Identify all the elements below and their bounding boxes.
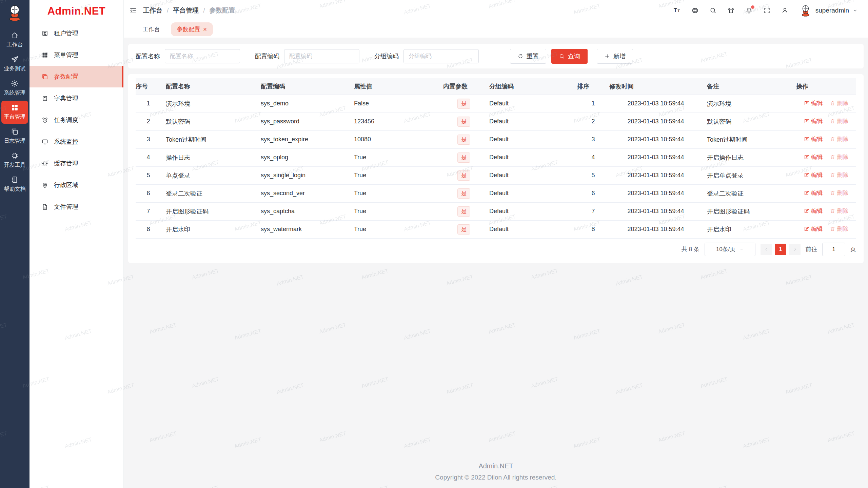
breadcrumb-item[interactable]: 平台管理 xyxy=(173,6,199,15)
sidebar-item-label: 字典管理 xyxy=(54,94,78,102)
delete-button[interactable]: 删除 xyxy=(830,135,849,143)
rail-item[interactable]: 日志管理 xyxy=(1,125,28,148)
secondary-sidebar: Admin.NET 租户管理 菜单管理 参数配置 xyxy=(29,0,124,488)
cell-code: sys_token_expire xyxy=(256,130,349,148)
builtin-tag: 是 xyxy=(457,152,470,163)
rail-item[interactable]: 系统管理 xyxy=(1,77,28,100)
sidebar-item-label: 行政区域 xyxy=(54,181,78,189)
search-input[interactable] xyxy=(165,49,240,63)
edit-icon xyxy=(804,172,809,178)
tenant-icon xyxy=(41,30,48,37)
header-action[interactable] xyxy=(763,7,771,14)
sidebar-item[interactable]: 任务调度 xyxy=(29,109,123,131)
edit-button[interactable]: 编辑 xyxy=(804,117,823,125)
breadcrumb-item[interactable]: 参数配置 xyxy=(210,6,235,15)
search-field-label: 配置名称 xyxy=(136,52,160,60)
language-icon xyxy=(691,7,699,14)
sidebar-item[interactable]: 缓存管理 xyxy=(29,152,123,174)
current-page-button[interactable]: 1 xyxy=(775,244,786,255)
rail-item[interactable]: 平台管理 xyxy=(1,101,28,124)
trash-icon xyxy=(830,136,835,142)
close-icon[interactable]: × xyxy=(203,27,207,32)
breadcrumb-item[interactable]: 工作台 xyxy=(143,6,162,15)
user-menu[interactable]: superadmin xyxy=(799,4,858,17)
footer: Admin.NET Copyright © 2022 Dilon All rig… xyxy=(128,462,864,488)
sidebar-item[interactable]: 行政区域 xyxy=(29,174,123,196)
rail-item[interactable]: 开发工具 xyxy=(1,149,28,172)
goto-page-input[interactable] xyxy=(822,243,845,256)
svg-text:T: T xyxy=(674,7,677,13)
delete-button[interactable]: 删除 xyxy=(830,207,849,215)
rail-item-label: 业务测试 xyxy=(4,65,26,73)
page-size-select[interactable]: 10条/页 xyxy=(705,243,755,256)
edit-button[interactable]: 编辑 xyxy=(804,189,823,197)
rail-item[interactable]: 工作台 xyxy=(1,28,28,52)
header-action[interactable]: TT xyxy=(673,7,681,14)
builtin-tag: 是 xyxy=(457,170,470,181)
sidebar-item[interactable]: 租户管理 xyxy=(29,22,123,44)
search-field: 分组编码 xyxy=(374,49,479,63)
header-action[interactable] xyxy=(745,7,753,14)
monitor-icon xyxy=(41,138,48,145)
delete-button[interactable]: 删除 xyxy=(830,153,849,161)
sidebar-item[interactable]: 文件管理 xyxy=(29,196,123,218)
rail-item-label: 开发工具 xyxy=(4,162,26,169)
reset-button[interactable]: 重置 xyxy=(510,49,546,64)
cell-group: Default xyxy=(485,220,577,238)
app-logo[interactable] xyxy=(5,0,24,27)
rail-item-label: 工作台 xyxy=(7,41,23,48)
rail-item[interactable]: 业务测试 xyxy=(1,53,28,76)
query-button[interactable]: 查询 xyxy=(551,49,588,64)
tab[interactable]: 工作台 xyxy=(137,22,166,36)
header-action[interactable] xyxy=(709,7,717,14)
delete-button[interactable]: 删除 xyxy=(830,117,849,125)
cell-name: 单点登录 xyxy=(161,166,256,184)
home-icon xyxy=(11,31,19,40)
prev-page-button[interactable] xyxy=(761,244,772,255)
table-header-row: 序号 配置名称 配置编码 属性值 内置参数 分组编码 排序 修改时间 备注 操作 xyxy=(136,78,856,95)
menu-grid-icon xyxy=(41,52,48,59)
sidebar-item[interactable]: 参数配置 xyxy=(29,66,123,87)
header-action[interactable] xyxy=(781,7,789,14)
sidebar-item[interactable]: 字典管理 xyxy=(29,87,123,109)
sidebar-item-label: 参数配置 xyxy=(54,73,78,81)
edit-icon xyxy=(804,136,809,142)
menu-fold-icon[interactable] xyxy=(129,7,137,15)
header-action[interactable] xyxy=(727,7,735,14)
delete-button[interactable]: 删除 xyxy=(830,189,849,197)
delete-button[interactable]: 删除 xyxy=(830,99,849,107)
delete-button[interactable]: 删除 xyxy=(830,225,849,233)
trash-icon xyxy=(830,118,835,124)
cell-code: sys_demo xyxy=(256,95,349,113)
sidebar-item[interactable]: 菜单管理 xyxy=(29,44,123,66)
edit-button[interactable]: 编辑 xyxy=(804,207,823,215)
footer-title: Admin.NET xyxy=(128,462,864,470)
header-actions: TT xyxy=(673,4,858,17)
edit-button[interactable]: 编辑 xyxy=(804,99,823,107)
edit-button[interactable]: 编辑 xyxy=(804,135,823,143)
main-area: / 工作台 / 平台管理 / 参数配置 xyxy=(124,0,868,488)
font-size-icon: TT xyxy=(673,7,681,14)
cell-no: 8 xyxy=(136,220,161,238)
tab[interactable]: 参数配置 × xyxy=(171,22,213,36)
next-page-button[interactable] xyxy=(789,244,801,255)
cell-no: 4 xyxy=(136,148,161,166)
add-button[interactable]: 新增 xyxy=(597,49,633,64)
edit-button[interactable]: 编辑 xyxy=(804,225,823,233)
delete-button[interactable]: 删除 xyxy=(830,171,849,179)
sidebar-item-label: 任务调度 xyxy=(54,116,78,124)
trash-icon xyxy=(830,208,835,214)
column-header: 分组编码 xyxy=(485,78,577,95)
search-input[interactable] xyxy=(284,49,359,63)
header-action[interactable] xyxy=(691,7,699,14)
cell-value: True xyxy=(349,184,443,202)
trash-icon xyxy=(830,100,835,106)
rail-item[interactable]: 帮助文档 xyxy=(1,173,28,196)
sidebar-item[interactable]: 系统监控 xyxy=(29,131,123,152)
column-header: 配置编码 xyxy=(256,78,349,95)
svg-text:T: T xyxy=(677,9,680,13)
edit-button[interactable]: 编辑 xyxy=(804,171,823,179)
sidebar-logo-text: Admin.NET xyxy=(29,0,123,22)
edit-button[interactable]: 编辑 xyxy=(804,153,823,161)
search-input[interactable] xyxy=(403,49,479,63)
